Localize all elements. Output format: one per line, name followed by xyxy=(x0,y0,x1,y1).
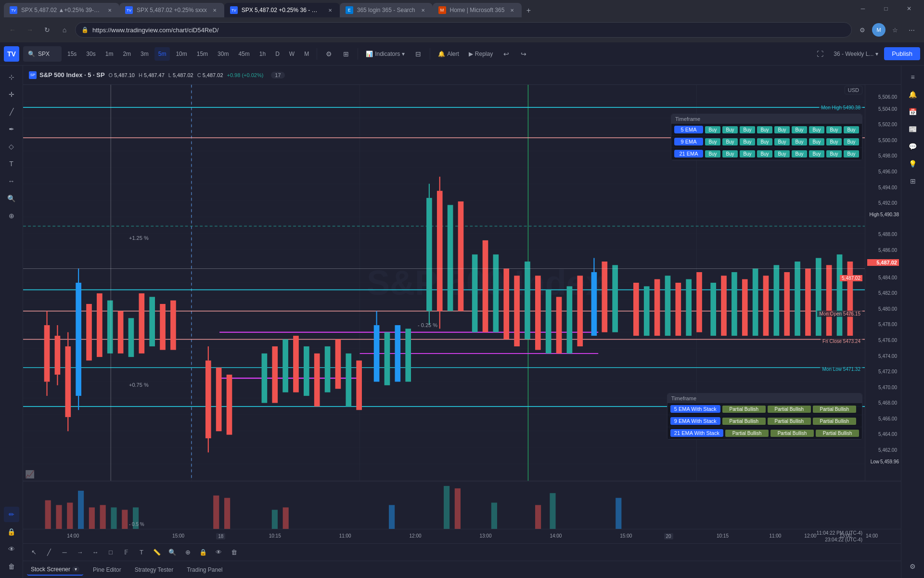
drawing-line-button[interactable]: ╱ xyxy=(42,546,56,559)
ema-stack-5-cell-2[interactable]: Partial Bullish xyxy=(768,406,811,413)
ema-5-cell-2[interactable]: Buy xyxy=(722,126,738,133)
close-window-button[interactable]: ✕ xyxy=(898,2,920,15)
ema-5-cell-7[interactable]: Buy xyxy=(809,126,824,133)
ema-stack-9-cell-1[interactable]: Partial Bullish xyxy=(722,418,766,425)
timeframe-15s[interactable]: 15s xyxy=(64,47,80,61)
address-bar[interactable]: 🔒 https://www.tradingview.com/chart/ciD5… xyxy=(75,22,852,38)
drawing-zoom-button[interactable]: 🔍 xyxy=(166,546,179,559)
ema-stack-5-cell-3[interactable]: Partial Bullish xyxy=(813,406,856,413)
drawing-tool-active[interactable]: ✏ xyxy=(4,507,19,522)
timeframe-45m[interactable]: 45m xyxy=(234,47,253,61)
right-settings-icon[interactable]: ⚙ xyxy=(905,559,921,574)
timeframe-10m[interactable]: 10m xyxy=(172,47,191,61)
ema-9-cell-6[interactable]: Buy xyxy=(792,138,807,145)
back-button[interactable]: ← xyxy=(6,23,19,37)
right-chat-icon[interactable]: 💬 xyxy=(905,139,921,154)
extensions-button[interactable]: ⚙ xyxy=(856,23,869,37)
ema-9-cell-4[interactable]: Buy xyxy=(757,138,772,145)
minimize-button[interactable]: ─ xyxy=(852,2,874,15)
browser-tab-5[interactable]: M Home | Microsoft 365 ✕ xyxy=(433,3,522,17)
maximize-button[interactable]: □ xyxy=(875,2,897,15)
refresh-button[interactable]: ↻ xyxy=(40,23,54,37)
ema-5-cell-9[interactable]: Buy xyxy=(844,126,859,133)
ema-21-cell-9[interactable]: Buy xyxy=(844,150,859,158)
timeframe-15m[interactable]: 15m xyxy=(193,47,212,61)
chart-settings-button[interactable]: ⚙ xyxy=(321,46,336,62)
ema-5-cell-3[interactable]: Buy xyxy=(740,126,755,133)
ema-5-cell-6[interactable]: Buy xyxy=(792,126,807,133)
ema-21-cell-5[interactable]: Buy xyxy=(774,150,790,158)
tab-close-3[interactable]: ✕ xyxy=(326,6,334,14)
crosshair-tool[interactable]: ✛ xyxy=(4,87,19,102)
ema-21-cell-3[interactable]: Buy xyxy=(740,150,755,158)
ema-stack-21-cell-1[interactable]: Partial Bullish xyxy=(725,430,769,437)
shapes-tool[interactable]: ◇ xyxy=(4,139,19,154)
ema-9-cell-2[interactable]: Buy xyxy=(722,138,738,145)
more-button[interactable]: ⋯ xyxy=(905,23,918,37)
indicators-button[interactable]: 📊 Indicators ▾ xyxy=(362,46,409,62)
timeframe-2m[interactable]: 2m xyxy=(119,47,135,61)
ema-5-cell-1[interactable]: Buy xyxy=(705,126,720,133)
new-tab-button[interactable]: + xyxy=(522,4,535,17)
undo-button[interactable]: ↩ xyxy=(499,46,514,62)
right-screener-icon[interactable]: ⊞ xyxy=(905,173,921,189)
trash-tool[interactable]: 🗑 xyxy=(4,559,19,574)
browser-tab-1[interactable]: TV SPX 5,487.02 ▲+0.25% 39-spy... ✕ xyxy=(4,3,119,17)
alert-button[interactable]: 🔔 Alert xyxy=(434,46,463,62)
drawing-text-button[interactable]: T xyxy=(135,546,148,559)
tab-close-5[interactable]: ✕ xyxy=(508,6,516,14)
drawing-extended-button[interactable]: ↔ xyxy=(89,546,102,559)
ema-stack-21-cell-3[interactable]: Partial Bullish xyxy=(816,430,859,437)
eye-tool[interactable]: 👁 xyxy=(4,541,19,557)
drawing-lock-button[interactable]: 🔒 xyxy=(196,546,210,559)
tab-pine-editor[interactable]: Pine Editor xyxy=(89,565,125,575)
ema-21-cell-6[interactable]: Buy xyxy=(792,150,807,158)
ema-stack-21-cell-2[interactable]: Partial Bullish xyxy=(770,430,814,437)
ema-5-cell-5[interactable]: Buy xyxy=(774,126,790,133)
redo-button[interactable]: ↪ xyxy=(516,46,531,62)
tab-close-1[interactable]: ✕ xyxy=(106,6,114,14)
drawing-magnet-button[interactable]: ⊕ xyxy=(181,546,194,559)
drawing-eye-button[interactable]: 👁 xyxy=(212,546,225,559)
profile-button[interactable]: M xyxy=(872,23,886,37)
publish-button[interactable]: Publish xyxy=(884,47,920,60)
timeframe-30s[interactable]: 30s xyxy=(82,47,99,61)
fullscreen-button[interactable]: ⛶ xyxy=(812,46,828,62)
magnet-tool[interactable]: ⊕ xyxy=(4,208,19,223)
cursor-mode-button[interactable]: ↖ xyxy=(27,546,40,559)
tv-logo[interactable]: TV xyxy=(4,46,19,62)
ema-21-cell-1[interactable]: Buy xyxy=(705,150,720,158)
timeframe-w[interactable]: W xyxy=(285,47,298,61)
chart-canvas[interactable]: S&P 500 Index xyxy=(23,85,901,481)
ema-9-cell-3[interactable]: Buy xyxy=(740,138,755,145)
browser-tab-4[interactable]: E 365 login 365 - Search ✕ xyxy=(340,3,433,17)
forward-button[interactable]: → xyxy=(23,23,37,37)
layouts-button[interactable]: ⊟ xyxy=(411,46,426,62)
timeframe-1m[interactable]: 1m xyxy=(102,47,117,61)
pen-tool[interactable]: ✒ xyxy=(4,121,19,137)
timeframe-30m[interactable]: 30m xyxy=(214,47,232,61)
timeframe-5m[interactable]: 5m xyxy=(154,47,170,61)
right-watchlist-icon[interactable]: ≡ xyxy=(905,69,921,85)
drawing-rect-button[interactable]: □ xyxy=(104,546,117,559)
ema-21-cell-4[interactable]: Buy xyxy=(757,150,772,158)
measure-tool[interactable]: ↔ xyxy=(4,173,19,189)
right-news-icon[interactable]: 📰 xyxy=(905,121,921,137)
browser-tab-2[interactable]: TV SPX 5,487.02 +0.25% sxxx ✕ xyxy=(119,3,224,17)
account-button[interactable]: 36 - Weekly L... ▾ xyxy=(830,46,882,62)
ema-5-cell-8[interactable]: Buy xyxy=(826,126,842,133)
ema-21-cell-2[interactable]: Buy xyxy=(722,150,738,158)
cursor-tool[interactable]: ⊹ xyxy=(4,69,19,85)
ema-5-cell-4[interactable]: Buy xyxy=(757,126,772,133)
ema-9-cell-1[interactable]: Buy xyxy=(705,138,720,145)
ema-9-cell-8[interactable]: Buy xyxy=(826,138,842,145)
bookmark-button[interactable]: ☆ xyxy=(888,23,902,37)
ema-21-cell-7[interactable]: Buy xyxy=(809,150,824,158)
ema-stack-9-cell-3[interactable]: Partial Bullish xyxy=(813,418,856,425)
drawing-fib-button[interactable]: 𝔽 xyxy=(119,546,133,559)
drawing-measure-button[interactable]: 📏 xyxy=(150,546,164,559)
right-calendar-icon[interactable]: 📅 xyxy=(905,104,921,119)
tab-strategy-tester[interactable]: Strategy Tester xyxy=(131,565,177,575)
ema-9-cell-5[interactable]: Buy xyxy=(774,138,790,145)
annotation-tool[interactable]: T xyxy=(4,156,19,171)
